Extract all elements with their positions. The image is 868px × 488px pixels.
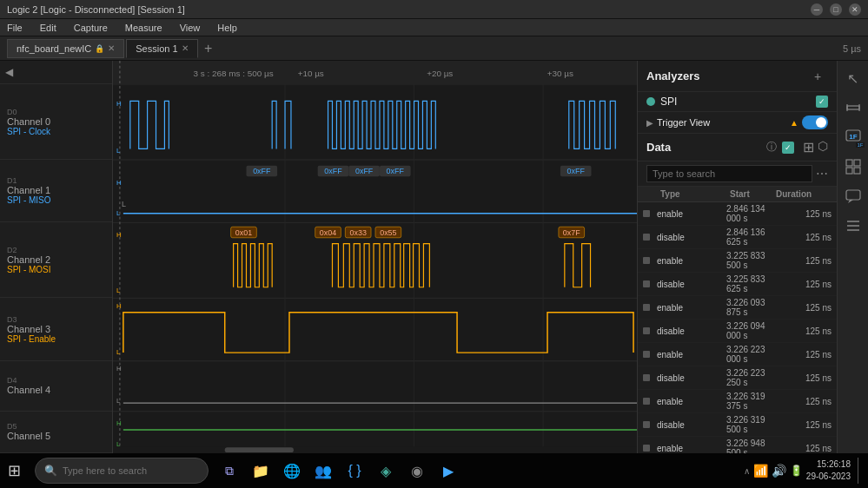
tab-session1-close-icon[interactable]: ✕ <box>182 43 189 53</box>
row-start: 3.226 094 000 s <box>726 321 779 340</box>
table-row[interactable]: disable 3.226 223 250 s 125 ns <box>638 366 837 390</box>
table-row[interactable]: enable 3.225 833 500 s 125 ns <box>638 249 837 273</box>
row-duration: 125 ns <box>779 209 832 219</box>
menu-view[interactable]: View <box>176 23 204 33</box>
channel-0-item[interactable]: D0 Channel 0 SPI - Clock <box>0 84 112 160</box>
taskbar-teams[interactable]: 👥 <box>309 457 337 485</box>
taskbar-apps: ⧉ 📁 🌐 👥 { } ◈ ◉ ▶ <box>215 457 462 485</box>
taskbar-app5[interactable]: ◈ <box>372 457 400 485</box>
comments-icon[interactable] <box>841 184 865 208</box>
windows-search-input[interactable] <box>63 465 199 476</box>
tray-up-icon[interactable]: ∧ <box>744 466 750 476</box>
table-row[interactable]: enable 3.226 093 875 s 125 ns <box>638 296 837 320</box>
channel-1-item[interactable]: D1 Channel 1 SPI - MISO <box>0 160 112 222</box>
search-options-icon[interactable]: ⋯ <box>816 167 828 181</box>
maximize-button[interactable]: □ <box>830 3 842 16</box>
spi-label: SPI <box>660 96 811 108</box>
row-start: 3.226 319 375 s <box>726 392 779 411</box>
svg-text:L: L <box>116 147 121 155</box>
data-info-icon[interactable]: ⓘ <box>766 140 777 155</box>
table-row[interactable]: disable 3.226 094 000 s 125 ns <box>638 320 837 343</box>
row-start: 3.226 319 500 s <box>726 415 779 434</box>
menu-capture[interactable]: Capture <box>70 23 111 33</box>
spi-check-icon: ✓ <box>816 96 828 108</box>
taskbar-app7[interactable]: ▶ <box>434 457 462 485</box>
taskbar-vscode[interactable]: { } <box>341 457 368 485</box>
trigger-toggle[interactable] <box>802 115 828 129</box>
data-table-icon[interactable]: ⊞ <box>803 139 814 155</box>
table-row[interactable]: enable 2.846 134 000 s 125 ns <box>638 202 837 226</box>
annotation-tool-icon[interactable]: 1F <box>841 125 865 149</box>
windows-search-bar[interactable]: 🔍 <box>35 458 209 484</box>
row-start: 3.225 833 625 s <box>726 274 779 293</box>
channel-3-item[interactable]: D3 Channel 3 SPI - Enable <box>0 298 112 360</box>
search-icon: 🔍 <box>44 465 57 477</box>
trigger-row[interactable]: ▶ Trigger View ▲ <box>638 112 837 134</box>
add-analyzer-button[interactable]: + <box>807 66 828 87</box>
svg-text:0xFF: 0xFF <box>253 167 271 175</box>
table-row[interactable]: disable 3.225 833 625 s 125 ns <box>638 273 837 296</box>
svg-rect-53 <box>113 446 637 453</box>
table-row[interactable]: disable 2.846 136 625 s 125 ns <box>638 226 837 249</box>
menu-edit[interactable]: Edit <box>36 23 60 33</box>
system-tray: ∧ 📶 🔊 🔋 15:26:18 29-06-2023 <box>744 458 868 484</box>
channel-2-item[interactable]: D2 Channel 2 SPI - MOSI <box>0 222 112 298</box>
tray-battery-icon[interactable]: 🔋 <box>790 465 803 477</box>
timing-label: 5 µs <box>843 43 861 54</box>
channel-3-sub: SPI - Enable <box>7 334 105 344</box>
channel-1-label: Channel 1 <box>7 185 105 195</box>
title-bar: Logic 2 [Logic - Disconnected] [Session … <box>0 0 868 19</box>
menu-file[interactable]: File <box>3 23 26 33</box>
sidebar-collapse-icon[interactable]: ◀ <box>5 66 13 78</box>
table-row[interactable]: enable 3.226 223 000 s 125 ns <box>638 343 837 366</box>
channel-5-item[interactable]: D5 Channel 5 <box>0 412 112 453</box>
close-button[interactable]: ✕ <box>849 3 861 16</box>
channel-2-sub: SPI - MOSI <box>7 265 105 274</box>
data-table[interactable]: enable 2.846 134 000 s 125 ns disable 2.… <box>638 202 837 453</box>
svg-text:L: L <box>116 209 121 217</box>
add-tab-button[interactable]: + <box>200 40 217 57</box>
channel-2-id: D2 <box>7 246 105 254</box>
tab-session1[interactable]: Session 1 ✕ <box>126 39 197 58</box>
svg-text:L: L <box>116 287 121 294</box>
tray-network-icon[interactable]: 📶 <box>753 464 768 478</box>
taskbar-task-view[interactable]: ⧉ <box>215 457 243 485</box>
tab-nfc-board-close-icon[interactable]: ✕ <box>108 43 115 53</box>
channel-3-id: D3 <box>7 315 105 324</box>
search-input[interactable] <box>646 165 812 182</box>
row-start: 2.846 134 000 s <box>726 204 779 223</box>
row-dot <box>643 257 650 264</box>
row-type: disable <box>657 280 726 289</box>
spi-analyzer-row[interactable]: SPI ✓ <box>638 92 837 112</box>
data-export-icon[interactable]: ⬡ <box>818 139 828 155</box>
table-row[interactable]: enable 3.226 948 500 s 125 ns <box>638 437 837 453</box>
settings-icon[interactable] <box>841 214 865 238</box>
taskbar-app6[interactable]: ◉ <box>403 457 431 485</box>
svg-text:L: L <box>116 348 121 356</box>
taskbar-file-explorer[interactable]: 📁 <box>247 457 275 485</box>
measure-tool-icon[interactable] <box>841 96 865 120</box>
tab-nfc-board[interactable]: nfc_board_newIC 🔒 ✕ <box>7 39 124 58</box>
analyzer-results-icon[interactable] <box>841 155 865 179</box>
table-row[interactable]: disable 3.226 319 500 s 125 ns <box>638 413 837 437</box>
window-controls: ─ □ ✕ <box>811 3 861 16</box>
trigger-warning-icon: ▲ <box>790 118 798 128</box>
windows-taskbar: ⊞ 🔍 ⧉ 📁 🌐 👥 { } ◈ ◉ ▶ ∧ 📶 🔊 🔋 15:26:18 2… <box>0 453 868 488</box>
table-row[interactable]: enable 3.226 319 375 s 125 ns <box>638 390 837 413</box>
pointer-tool-icon[interactable]: ↖ <box>841 66 865 90</box>
taskbar-chrome[interactable]: 🌐 <box>278 457 306 485</box>
svg-text:+30 µs: +30 µs <box>547 69 573 78</box>
data-table-header: Type Start Duration <box>638 187 837 202</box>
channel-4-item[interactable]: D4 Channel 4 <box>0 361 112 412</box>
menu-measure[interactable]: Measure <box>122 23 166 33</box>
svg-text:H: H <box>116 100 122 108</box>
menu-help[interactable]: Help <box>214 23 241 33</box>
channel-4-label: Channel 4 <box>7 385 105 395</box>
minimize-button[interactable]: ─ <box>811 3 823 16</box>
show-desktop-button[interactable] <box>858 458 861 484</box>
tray-volume-icon[interactable]: 🔊 <box>772 464 786 478</box>
row-start: 3.226 223 250 s <box>726 368 779 387</box>
waveform-area[interactable]: 3 s : 268 ms : 500 µs +10 µs +20 µs +30 … <box>113 61 637 453</box>
svg-rect-64 <box>846 190 860 200</box>
windows-start-button[interactable]: ⊞ <box>0 457 28 485</box>
